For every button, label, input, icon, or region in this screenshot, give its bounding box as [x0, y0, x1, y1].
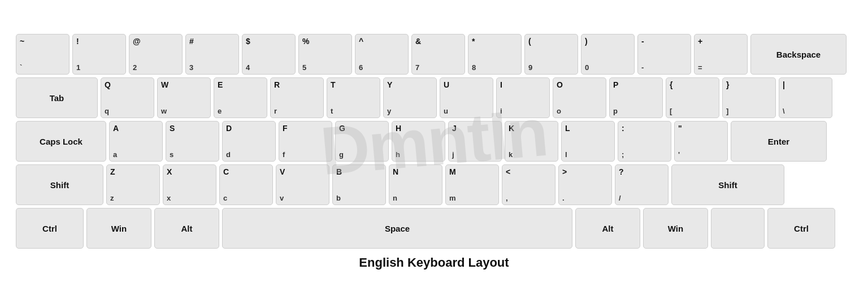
key-f[interactable]: Ff [279, 121, 332, 162]
key-rwin[interactable]: Win [643, 208, 708, 249]
key-g[interactable]: Gg [335, 121, 389, 162]
key-lower-comma: , [506, 194, 552, 202]
key-q[interactable]: Qq [101, 77, 154, 118]
key-e[interactable]: Ee [214, 77, 267, 118]
key-capslock[interactable]: Caps Lock [16, 121, 106, 162]
key-6[interactable]: ^6 [355, 34, 409, 75]
key-lbracket[interactable]: {[ [666, 77, 719, 118]
key-lower-c: c [223, 194, 269, 202]
key-upper-q: Q [105, 80, 150, 89]
key-y[interactable]: Yy [383, 77, 437, 118]
key-equals[interactable]: += [694, 34, 748, 75]
key-space[interactable]: Space [222, 208, 572, 249]
key-lower-q: q [105, 107, 150, 115]
key-rbracket[interactable]: }] [722, 77, 776, 118]
key-label-rwin: Win [647, 211, 704, 246]
key-4[interactable]: $4 [242, 34, 296, 75]
key-lower-semicolon: ; [622, 150, 667, 159]
key-upper-d: D [226, 124, 272, 133]
key-upper-p: P [613, 80, 659, 89]
key-tilde[interactable]: ~` [16, 34, 70, 75]
key-upper-slash: ? [619, 167, 665, 176]
key-lalt[interactable]: Alt [154, 208, 219, 249]
key-s[interactable]: Ss [166, 121, 219, 162]
key-lower-e: e [218, 107, 263, 115]
key-o[interactable]: Oo [553, 77, 606, 118]
key-label-capslock: Caps Lock [20, 124, 102, 159]
keyboard-row-0: ~`!1@2#3$4%5^6&7*8(9)0--+=Backspace [16, 34, 852, 75]
key-quote[interactable]: "' [674, 121, 728, 162]
key-lower-0: 0 [585, 63, 631, 72]
key-menu[interactable] [711, 208, 765, 249]
key-upper-backslash: | [783, 80, 828, 89]
key-8[interactable]: *8 [468, 34, 522, 75]
key-lower-7: 7 [415, 63, 461, 72]
key-semicolon[interactable]: :; [618, 121, 671, 162]
key-2[interactable]: @2 [129, 34, 183, 75]
key-3[interactable]: #3 [185, 34, 239, 75]
key-1[interactable]: !1 [72, 34, 126, 75]
key-rshift[interactable]: Shift [671, 164, 784, 205]
key-label-lwin: Win [90, 211, 147, 246]
key-upper-comma: < [506, 167, 552, 176]
key-z[interactable]: Zz [106, 164, 160, 205]
key-h[interactable]: Hh [392, 121, 445, 162]
key-upper-o: O [557, 80, 602, 89]
key-rctrl[interactable]: Ctrl [767, 208, 835, 249]
key-n[interactable]: Nn [389, 164, 442, 205]
key-l[interactable]: Ll [561, 121, 615, 162]
key-upper-g: G [339, 124, 385, 133]
key-r[interactable]: Rr [270, 77, 324, 118]
key-t[interactable]: Tt [327, 77, 380, 118]
key-lower-9: 9 [528, 63, 574, 72]
key-lower-1: 1 [76, 63, 122, 72]
key-lctrl[interactable]: Ctrl [16, 208, 84, 249]
key-c[interactable]: Cc [219, 164, 273, 205]
key-lwin[interactable]: Win [86, 208, 151, 249]
key-v[interactable]: Vv [276, 164, 329, 205]
key-b[interactable]: Bb [332, 164, 386, 205]
key-lower-3: 3 [189, 63, 235, 72]
key-minus[interactable]: -- [637, 34, 691, 75]
key-lower-4: 4 [246, 63, 292, 72]
key-7[interactable]: &7 [411, 34, 465, 75]
key-backslash[interactable]: |\ [779, 77, 832, 118]
key-lower-8: 8 [472, 63, 518, 72]
key-0[interactable]: )0 [581, 34, 635, 75]
key-j[interactable]: Jj [448, 121, 502, 162]
key-slash[interactable]: ?/ [615, 164, 669, 205]
key-enter[interactable]: Enter [731, 121, 827, 162]
keyboard: ~`!1@2#3$4%5^6&7*8(9)0--+=BackspaceTabQq… [16, 34, 852, 249]
keyboard-title: English Keyboard Layout [359, 255, 509, 270]
key-upper-lbracket: { [670, 80, 715, 89]
key-upper-2: @ [133, 37, 179, 46]
key-w[interactable]: Ww [157, 77, 211, 118]
key-lower-s: s [170, 150, 215, 159]
key-backspace[interactable]: Backspace [750, 34, 847, 75]
key-lshift[interactable]: Shift [16, 164, 103, 205]
key-lower-v: v [280, 194, 326, 202]
key-x[interactable]: Xx [163, 164, 216, 205]
key-lower-t: t [331, 107, 376, 115]
key-upper-8: * [472, 37, 518, 46]
key-5[interactable]: %5 [298, 34, 352, 75]
key-tab[interactable]: Tab [16, 77, 98, 118]
key-u[interactable]: Uu [440, 77, 493, 118]
key-upper-r: R [274, 80, 320, 89]
key-ralt[interactable]: Alt [575, 208, 640, 249]
key-upper-u: U [444, 80, 489, 89]
keyboard-row-3: ShiftZzXxCcVvBbNnMm<,>.?/Shift [16, 164, 852, 205]
key-p[interactable]: Pp [609, 77, 663, 118]
keyboard-row-1: TabQqWwEeRrTtYyUuIiOoPp{[}]|\ [16, 77, 852, 118]
key-i[interactable]: Ii [496, 77, 550, 118]
keyboard-row-2: Caps LockAaSsDdFfGgHhJjKkLl:;"'Enter [16, 121, 852, 162]
key-d[interactable]: Dd [222, 121, 276, 162]
key-k[interactable]: Kk [505, 121, 558, 162]
key-lower-period: . [562, 194, 608, 202]
key-a[interactable]: Aa [109, 121, 163, 162]
key-9[interactable]: (9 [524, 34, 578, 75]
key-comma[interactable]: <, [502, 164, 555, 205]
key-lower-6: 6 [359, 63, 405, 72]
key-period[interactable]: >. [558, 164, 612, 205]
key-m[interactable]: Mm [445, 164, 499, 205]
